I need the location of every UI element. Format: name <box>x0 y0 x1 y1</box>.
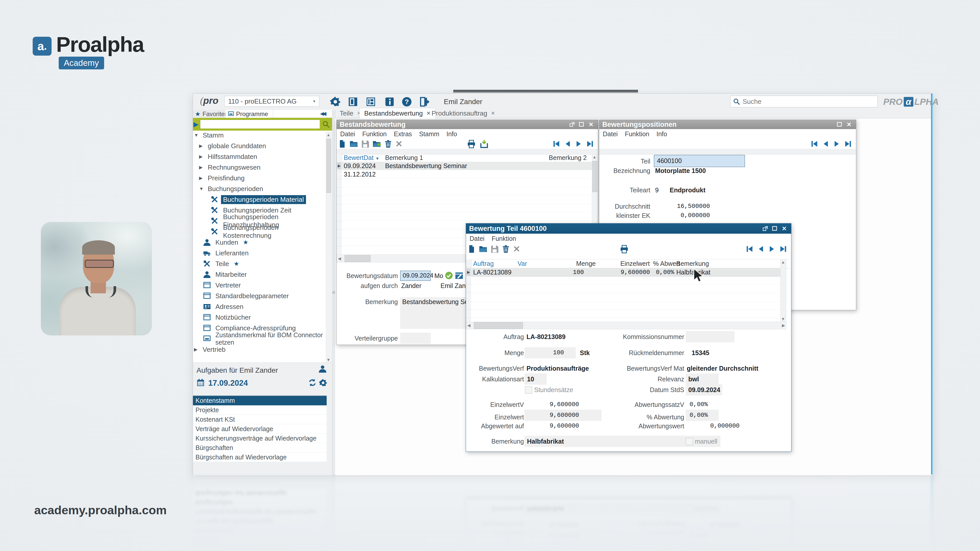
cancel-x-icon[interactable]: ✕ <box>395 140 403 148</box>
nav-last-icon[interactable] <box>586 140 594 148</box>
popout-icon[interactable] <box>569 121 576 127</box>
task-item-buergschaften[interactable]: Bürgschaften <box>193 498 327 507</box>
task-item-buergschaften[interactable]: Bürgschaften <box>193 443 327 453</box>
program-search-icon[interactable] <box>322 121 330 128</box>
scroll-down-icon[interactable]: ▼ <box>781 317 786 321</box>
print-icon[interactable] <box>467 140 476 148</box>
bemerkung-field[interactable] <box>525 503 721 515</box>
column-bemerkung[interactable]: Bemerkung <box>676 260 709 267</box>
copy-new-icon[interactable] <box>372 140 381 148</box>
tree-item-stamm[interactable]: ▼Stamm <box>193 130 325 141</box>
task-item-kostenart-kst[interactable]: Kostenart KSt <box>193 526 327 536</box>
new-icon[interactable] <box>468 245 476 253</box>
menu-info[interactable]: Info <box>656 130 667 138</box>
tree-item-zustandsmerkmal-bom[interactable]: Zustandsmerkmal für BOM Connector setzen <box>193 333 325 344</box>
nav-prev-icon[interactable] <box>757 245 765 253</box>
tree-item-notizbuecher[interactable]: Notizbücher <box>193 312 325 323</box>
task-item-vertraege-wiedervorlage[interactable]: Verträge auf Wiedervorlage <box>193 424 327 433</box>
grid-hscrollbar[interactable]: ◀ ▶ <box>466 322 786 329</box>
open-folder-icon[interactable] <box>349 140 358 148</box>
menu-funktion[interactable]: Funktion <box>492 235 516 242</box>
bewertungsdatum-field[interactable]: 09.09.2024 <box>400 271 431 281</box>
titlebar[interactable]: Bewertungspositionen ✕ <box>599 120 856 129</box>
maximize-icon[interactable] <box>771 225 778 232</box>
refresh-icon[interactable] <box>308 379 317 387</box>
titlebar[interactable]: Bestandsbewertung ✕ <box>337 120 598 129</box>
task-item-vertraege-wiedervorlage[interactable]: Verträge auf Wiedervorlage <box>193 517 327 526</box>
tree-item-buchungsperioden-material[interactable]: Buchungsperioden Material <box>193 194 325 205</box>
menu-datei[interactable]: Datei <box>340 130 355 138</box>
titlebar[interactable]: Bewertung Teil 4600100 ✕ <box>466 224 791 233</box>
nav-first-icon[interactable] <box>810 140 818 148</box>
sidebar-tab-programme[interactable]: Programme <box>225 110 273 118</box>
column-bemerkung1[interactable]: Bemerkung 1 <box>385 154 423 162</box>
tasks-user-icon[interactable] <box>318 365 327 373</box>
teil-field[interactable]: 4600100 <box>654 155 745 167</box>
table-row[interactable]: 31.12.2012 <box>342 170 592 178</box>
export-icon[interactable] <box>480 140 488 148</box>
popout-icon[interactable] <box>762 225 769 232</box>
tree-item-buchungsperioden-kostenrechnung[interactable]: Buchungsperioden Kostenrechnung <box>193 226 325 237</box>
doc-tab-produktionsauftrag[interactable]: Produktionsauftrag ✕ <box>427 109 500 118</box>
nav-last-icon[interactable] <box>779 245 788 253</box>
tasks-date[interactable]: 17.09.2024 <box>208 379 248 388</box>
table-row-selected[interactable]: 09.09.2024 Bestandsbewertung Seminar <box>342 162 592 170</box>
column-abwert[interactable]: % Abwert <box>653 260 680 267</box>
scroll-up-icon[interactable]: ▲ <box>781 260 786 265</box>
column-menge[interactable]: Menge <box>548 260 596 267</box>
collapse-panel-icon[interactable]: ◀◀ <box>320 110 325 117</box>
layout-windows-icon[interactable] <box>366 97 376 107</box>
menu-info[interactable]: Info <box>446 130 457 138</box>
nav-prev-icon[interactable] <box>821 140 830 148</box>
tree-item-hilfsstammdaten[interactable]: ▶Hilfsstammdaten <box>193 151 325 162</box>
doc-tab-bestandsbewertung[interactable]: Bestandsbewertung ✕ <box>360 108 436 118</box>
close-icon[interactable]: ✕ <box>780 225 788 232</box>
task-item-projekte[interactable]: Projekte <box>193 536 327 545</box>
hscroll-thumb[interactable] <box>345 255 371 262</box>
manuell-checkbox[interactable] <box>686 438 693 445</box>
program-search-input[interactable] <box>200 120 320 129</box>
hscroll-thumb[interactable] <box>474 322 523 329</box>
tree-item-mitarbeiter[interactable]: Mitarbeiter <box>193 269 325 280</box>
column-bewertdat[interactable]: BewertDat ▼ <box>344 154 380 162</box>
column-bemerkung2[interactable]: Bemerkung 2 <box>490 154 587 162</box>
info-icon[interactable] <box>384 97 395 107</box>
nav-next-icon[interactable] <box>833 140 841 148</box>
settings-gear-icon[interactable] <box>330 96 341 107</box>
panel-splitter[interactable]: ≡ <box>332 475 335 551</box>
menu-datei[interactable]: Datei <box>603 130 617 138</box>
tree-item-lieferanten[interactable]: Lieferanten <box>193 248 325 259</box>
menu-extras[interactable]: Extras <box>394 130 412 138</box>
menu-datei[interactable]: Datei <box>469 235 484 242</box>
tasks-gear-icon[interactable] <box>319 379 327 387</box>
scroll-up-icon[interactable]: ▲ <box>592 155 597 159</box>
company-select[interactable]: 110 - proELECTRO AG ▼ <box>224 96 319 106</box>
nav-first-icon[interactable] <box>552 140 560 148</box>
task-item-buergschaften-wiedervorlage[interactable]: Bürgschaften auf Wiedervorlage <box>193 453 327 462</box>
scroll-left-icon[interactable]: ◀ <box>338 256 341 261</box>
task-item-kurssicherung[interactable]: Kurssicherungsverträge auf Wiedervorlage <box>193 433 327 443</box>
save-icon[interactable] <box>490 245 499 253</box>
task-item-kontenstamm[interactable]: Kontenstamm <box>193 545 327 551</box>
task-item-buergschaften-wiedervorlage[interactable]: Bürgschaften auf Wiedervorlage <box>193 489 327 498</box>
tree-item-globale-grunddaten[interactable]: ▶globale Grunddaten <box>193 141 325 151</box>
global-search[interactable] <box>730 96 878 107</box>
delete-trash-icon[interactable] <box>502 245 510 253</box>
column-auftrag[interactable]: Auftrag <box>473 260 494 267</box>
stundensaetze-checkbox[interactable] <box>525 386 532 394</box>
maximize-icon[interactable] <box>578 121 585 127</box>
nav-next-icon[interactable] <box>768 245 776 253</box>
prozent-abwertung-field[interactable] <box>686 530 719 541</box>
logout-door-icon[interactable] <box>419 97 430 107</box>
task-item-kurssicherung[interactable]: Kurssicherungsverträge auf Wiedervorlage <box>193 507 327 517</box>
menu-stamm[interactable]: Stamm <box>419 130 439 138</box>
nav-next-icon[interactable] <box>575 140 583 148</box>
scroll-up-icon[interactable]: ▲ <box>326 133 331 137</box>
tree-item-rechnungswesen[interactable]: ▶Rechnungswesen <box>193 162 325 173</box>
open-folder-icon[interactable] <box>479 245 487 253</box>
nav-first-icon[interactable] <box>746 245 754 253</box>
menu-funktion[interactable]: Funktion <box>625 130 649 138</box>
tree-item-teile[interactable]: Teile★ <box>193 259 325 269</box>
task-item-kostenart-kst[interactable]: Kostenart KSt <box>193 415 327 424</box>
scroll-down-icon[interactable]: ▼ <box>326 358 331 362</box>
